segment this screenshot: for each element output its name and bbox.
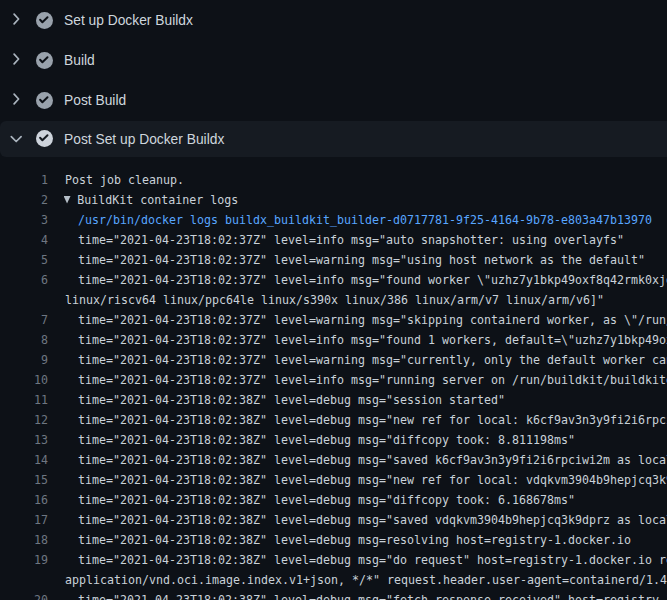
chevron-right-icon bbox=[8, 91, 24, 107]
log-text: time="2021-04-23T18:02:38Z" level=debug … bbox=[65, 490, 575, 510]
line-number[interactable]: 3 bbox=[0, 210, 48, 230]
log-text: time="2021-04-23T18:02:38Z" level=debug … bbox=[65, 430, 575, 450]
log-text: time="2021-04-23T18:02:37Z" level=info m… bbox=[65, 230, 624, 250]
log-text: Post job cleanup. bbox=[65, 170, 184, 190]
log-line: 11time="2021-04-23T18:02:38Z" level=debu… bbox=[0, 390, 667, 410]
log-view: 1Post job cleanup.2BuildKit container lo… bbox=[0, 170, 667, 600]
log-line-continuation: application/vnd.oci.image.index.v1+json,… bbox=[0, 570, 667, 590]
step-header-post-build[interactable]: Post Build bbox=[0, 80, 667, 120]
line-number[interactable]: 10 bbox=[0, 370, 48, 390]
line-number[interactable]: 7 bbox=[0, 310, 48, 330]
line-number[interactable]: 8 bbox=[0, 330, 48, 350]
log-line: 8time="2021-04-23T18:02:37Z" level=info … bbox=[0, 330, 667, 350]
chevron-down-icon bbox=[8, 131, 24, 147]
line-number[interactable]: 18 bbox=[0, 530, 48, 550]
log-text: BuildKit container logs bbox=[65, 190, 238, 210]
log-line: 16time="2021-04-23T18:02:38Z" level=debu… bbox=[0, 490, 667, 510]
log-text: linux/riscv64 linux/ppc64le linux/s390x … bbox=[65, 290, 604, 310]
log-line: 3/usr/bin/docker logs buildx_buildkit_bu… bbox=[0, 210, 667, 230]
log-text: time="2021-04-23T18:02:38Z" level=debug … bbox=[65, 590, 667, 600]
log-text: time="2021-04-23T18:02:37Z" level=warnin… bbox=[65, 250, 645, 270]
line-number[interactable]: 14 bbox=[0, 450, 48, 470]
log-text: time="2021-04-23T18:02:38Z" level=debug … bbox=[65, 450, 667, 470]
line-number[interactable]: 13 bbox=[0, 430, 48, 450]
log-line: 9time="2021-04-23T18:02:37Z" level=warni… bbox=[0, 350, 667, 370]
line-number[interactable]: 5 bbox=[0, 250, 48, 270]
step-label: Post Build bbox=[64, 93, 126, 108]
log-text: time="2021-04-23T18:02:37Z" level=warnin… bbox=[65, 350, 667, 370]
line-number[interactable]: 16 bbox=[0, 490, 48, 510]
line-number[interactable]: 19 bbox=[0, 550, 48, 570]
log-line: 18time="2021-04-23T18:02:38Z" level=debu… bbox=[0, 530, 667, 550]
line-number[interactable]: 11 bbox=[0, 390, 48, 410]
log-line: 12time="2021-04-23T18:02:38Z" level=debu… bbox=[0, 410, 667, 430]
step-label: Post Set up Docker Buildx bbox=[64, 131, 224, 146]
log-line: 14time="2021-04-23T18:02:38Z" level=debu… bbox=[0, 450, 667, 470]
step-label: Set up Docker Buildx bbox=[64, 13, 193, 28]
log-line: 10time="2021-04-23T18:02:37Z" level=info… bbox=[0, 370, 667, 390]
step-label: Build bbox=[64, 53, 95, 68]
check-circle-icon bbox=[36, 52, 53, 69]
log-line-continuation: linux/riscv64 linux/ppc64le linux/s390x … bbox=[0, 290, 667, 310]
group-caret-icon[interactable] bbox=[64, 196, 71, 204]
step-header-post-set-up-docker-buildx[interactable]: Post Set up Docker Buildx bbox=[0, 121, 667, 157]
log-text: time="2021-04-23T18:02:38Z" level=debug … bbox=[65, 410, 667, 430]
log-text: time="2021-04-23T18:02:38Z" level=debug … bbox=[65, 470, 667, 490]
log-text: application/vnd.oci.image.index.v1+json,… bbox=[65, 570, 667, 590]
line-number[interactable]: 9 bbox=[0, 350, 48, 370]
log-text: time="2021-04-23T18:02:38Z" level=debug … bbox=[65, 530, 631, 550]
log-text: time="2021-04-23T18:02:37Z" level=info m… bbox=[65, 330, 667, 350]
check-circle-icon bbox=[36, 12, 53, 29]
chevron-right-icon bbox=[8, 11, 24, 27]
step-header-set-up-docker-buildx[interactable]: Set up Docker Buildx bbox=[0, 0, 667, 40]
log-line: 6time="2021-04-23T18:02:37Z" level=info … bbox=[0, 270, 667, 290]
steps-list: Set up Docker Buildx Build Post Build Po… bbox=[0, 0, 667, 157]
log-text: time="2021-04-23T18:02:37Z" level=info m… bbox=[65, 270, 667, 290]
line-number[interactable]: 4 bbox=[0, 230, 48, 250]
log-line: 1Post job cleanup. bbox=[0, 170, 667, 190]
line-number[interactable]: 17 bbox=[0, 510, 48, 530]
log-line: 2BuildKit container logs bbox=[0, 190, 667, 210]
log-text: time="2021-04-23T18:02:37Z" level=info m… bbox=[65, 370, 667, 390]
chevron-right-icon bbox=[8, 51, 24, 67]
line-number[interactable]: 1 bbox=[0, 170, 48, 190]
line-number[interactable]: 6 bbox=[0, 270, 48, 290]
log-line: 5time="2021-04-23T18:02:37Z" level=warni… bbox=[0, 250, 667, 270]
log-line: 17time="2021-04-23T18:02:38Z" level=debu… bbox=[0, 510, 667, 530]
log-line: 7time="2021-04-23T18:02:37Z" level=warni… bbox=[0, 310, 667, 330]
log-line: 19time="2021-04-23T18:02:38Z" level=debu… bbox=[0, 550, 667, 570]
step-header-build[interactable]: Build bbox=[0, 40, 667, 80]
log-text: time="2021-04-23T18:02:38Z" level=debug … bbox=[65, 550, 667, 570]
line-number[interactable]: 12 bbox=[0, 410, 48, 430]
log-line: 20time="2021-04-23T18:02:38Z" level=debu… bbox=[0, 590, 667, 600]
line-number[interactable]: 2 bbox=[0, 190, 48, 210]
line-number[interactable]: 15 bbox=[0, 470, 48, 490]
check-circle-icon bbox=[36, 130, 53, 147]
check-circle-icon bbox=[36, 92, 53, 109]
log-line: 4time="2021-04-23T18:02:37Z" level=info … bbox=[0, 230, 667, 250]
line-number[interactable]: 20 bbox=[0, 590, 48, 600]
log-line: 15time="2021-04-23T18:02:38Z" level=debu… bbox=[0, 470, 667, 490]
log-text: time="2021-04-23T18:02:38Z" level=debug … bbox=[65, 390, 505, 410]
log-line: 13time="2021-04-23T18:02:38Z" level=debu… bbox=[0, 430, 667, 450]
log-text: time="2021-04-23T18:02:37Z" level=warnin… bbox=[65, 310, 667, 330]
log-command-text: /usr/bin/docker logs buildx_buildkit_bui… bbox=[65, 210, 652, 230]
log-text: time="2021-04-23T18:02:38Z" level=debug … bbox=[65, 510, 667, 530]
